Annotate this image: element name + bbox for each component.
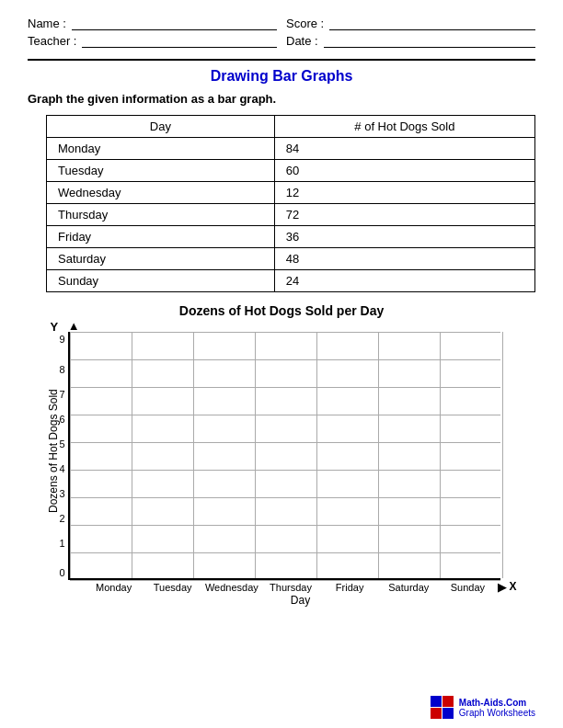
footer-icon-br bbox=[442, 708, 454, 719]
footer-site: Math-Aids.Com bbox=[459, 698, 526, 708]
x-axis-X-label: X bbox=[509, 580, 516, 593]
table-cell-day: Monday bbox=[47, 138, 275, 160]
y-arrow-up: ▲ bbox=[68, 320, 80, 332]
score-row: Score : bbox=[286, 17, 535, 30]
y-tick-8: 8 bbox=[60, 357, 65, 381]
teacher-line[interactable] bbox=[82, 35, 277, 48]
table-row: Wednesday12 bbox=[47, 182, 535, 204]
table-cell-value: 36 bbox=[274, 226, 534, 248]
table-cell-day: Wednesday bbox=[47, 182, 275, 204]
col1-header: Day bbox=[47, 116, 275, 138]
table-cell-value: 12 bbox=[274, 182, 534, 204]
grid-line-horizontal bbox=[70, 470, 500, 471]
graph-section: Dozens of Hot Dogs Sold per Day Y Dozens… bbox=[28, 303, 535, 692]
header-divider bbox=[28, 59, 535, 61]
table-body: Monday84Tuesday60Wednesday12Thursday72Fr… bbox=[47, 138, 535, 292]
score-line[interactable] bbox=[329, 17, 535, 30]
name-line[interactable] bbox=[72, 17, 277, 30]
grid-line-horizontal bbox=[70, 332, 500, 333]
footer-icon-tl bbox=[431, 696, 442, 707]
header-section: Name : Score : Teacher : Date : bbox=[28, 17, 535, 48]
table-cell-value: 72 bbox=[274, 204, 534, 226]
table-cell-day: Sunday bbox=[47, 270, 275, 292]
y-tick-0: 0 bbox=[60, 555, 65, 580]
grid-line-horizontal bbox=[70, 525, 500, 526]
x-axis-label-item: Thursday bbox=[261, 582, 320, 593]
table-cell-value: 84 bbox=[274, 138, 534, 160]
footer-page-type: Graph Worksheets bbox=[459, 708, 535, 718]
grid-line-vertical bbox=[70, 332, 71, 578]
name-label: Name : bbox=[28, 17, 66, 30]
instruction-text: Graph the given information as a bar gra… bbox=[28, 92, 535, 106]
grid-line-vertical bbox=[440, 332, 441, 578]
footer-icon-bl bbox=[431, 708, 442, 719]
table-row: Tuesday60 bbox=[47, 160, 535, 182]
date-line[interactable] bbox=[324, 35, 535, 48]
footer-text-block: Math-Aids.Com Graph Worksheets bbox=[459, 698, 535, 718]
grid-line-vertical bbox=[255, 332, 256, 578]
score-label: Score : bbox=[286, 17, 324, 30]
y-tick-3: 3 bbox=[60, 481, 65, 506]
teacher-row: Teacher : bbox=[28, 34, 277, 48]
footer-logo bbox=[431, 696, 454, 719]
x-axis-label-item: Friday bbox=[320, 582, 379, 593]
table-cell-day: Thursday bbox=[47, 204, 275, 226]
table-row: Sunday24 bbox=[47, 270, 535, 292]
x-axis-label-item: Tuesday bbox=[144, 582, 202, 593]
table-row: Thursday72 bbox=[47, 204, 535, 226]
table-row: Saturday48 bbox=[47, 248, 535, 270]
x-labels: MondayTuesdayWednesdayThursdayFridaySatu… bbox=[85, 582, 498, 593]
grid-line-vertical bbox=[316, 332, 317, 578]
grid-line-horizontal bbox=[70, 497, 500, 498]
y-axis-Y-label: Y bbox=[51, 320, 59, 334]
footer-icon-tr bbox=[442, 696, 454, 707]
y-tick-1: 1 bbox=[60, 530, 65, 555]
grid-line-horizontal bbox=[70, 387, 500, 388]
page-title: Drawing Bar Graphs bbox=[28, 68, 535, 85]
table-header-row: Day # of Hot Dogs Sold bbox=[47, 116, 535, 138]
footer: Math-Aids.Com Graph Worksheets bbox=[28, 696, 535, 719]
grid-line-horizontal bbox=[70, 552, 500, 553]
table-cell-day: Tuesday bbox=[47, 160, 275, 182]
grid-line-vertical bbox=[502, 332, 503, 578]
name-row: Name : bbox=[28, 17, 277, 30]
y-tick-4: 4 bbox=[60, 456, 65, 481]
y-ticks: 0 1 2 3 4 5 6 7 8 9 bbox=[60, 332, 65, 580]
date-row: Date : bbox=[286, 34, 535, 48]
grid-line-horizontal bbox=[70, 580, 500, 581]
table-cell-day: Friday bbox=[47, 226, 275, 248]
grid-line-vertical bbox=[132, 332, 132, 578]
x-axis-label: Day bbox=[85, 594, 517, 607]
grid-line-horizontal bbox=[70, 359, 500, 360]
x-axis-label-item: Monday bbox=[85, 582, 144, 593]
y-tick-6: 6 bbox=[60, 406, 65, 431]
y-tick-2: 2 bbox=[60, 506, 65, 530]
plot-area bbox=[68, 332, 500, 580]
grid-line-horizontal bbox=[70, 442, 500, 443]
table-cell-value: 24 bbox=[274, 270, 534, 292]
grid-line-vertical bbox=[193, 332, 194, 578]
date-label: Date : bbox=[286, 34, 318, 48]
x-axis-label-item: Wednesday bbox=[202, 582, 261, 593]
grid-line-vertical bbox=[378, 332, 379, 578]
y-axis-label: Dozens of Hot Dogs Sold bbox=[47, 336, 60, 567]
table-cell-day: Saturday bbox=[47, 248, 275, 270]
table-cell-value: 48 bbox=[274, 248, 534, 270]
data-table: Day # of Hot Dogs Sold Monday84Tuesday60… bbox=[46, 115, 535, 292]
graph-title: Dozens of Hot Dogs Sold per Day bbox=[179, 303, 384, 318]
table-cell-value: 60 bbox=[274, 160, 534, 182]
table-row: Friday36 bbox=[47, 226, 535, 248]
teacher-label: Teacher : bbox=[28, 34, 76, 48]
y-tick-5: 5 bbox=[60, 431, 65, 456]
x-axis-label-item: Sunday bbox=[438, 582, 497, 593]
col2-header: # of Hot Dogs Sold bbox=[274, 116, 534, 138]
x-axis-label-item: Saturday bbox=[379, 582, 438, 593]
footer-grid-icon bbox=[431, 696, 454, 719]
table-row: Monday84 bbox=[47, 138, 535, 160]
grid-line-horizontal bbox=[70, 415, 500, 415]
y-tick-9: 9 bbox=[60, 332, 65, 357]
y-tick-7: 7 bbox=[60, 381, 65, 406]
x-arrow-right: ▶ bbox=[498, 581, 507, 593]
